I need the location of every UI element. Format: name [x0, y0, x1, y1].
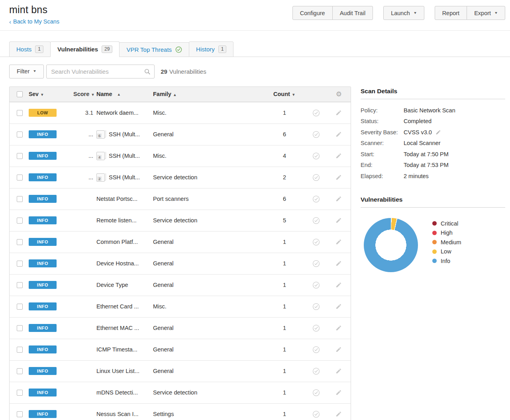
- vulnerability-name-link[interactable]: Linux User List...: [96, 368, 139, 374]
- edit-pencil-icon[interactable]: [335, 346, 342, 353]
- vulnerability-name-link[interactable]: ICMP Timesta...: [96, 346, 137, 353]
- column-header-count[interactable]: Count▾: [273, 91, 307, 97]
- row-checkbox[interactable]: [17, 304, 23, 310]
- select-all-checkbox[interactable]: [17, 91, 23, 97]
- vulnerability-name-link[interactable]: Common Platf...: [96, 239, 138, 245]
- vulnerability-name-link[interactable]: mDNS Detecti...: [96, 389, 138, 396]
- vulnerability-name-link[interactable]: Device Hostna...: [96, 260, 139, 267]
- edit-pencil-icon[interactable]: [335, 196, 342, 202]
- table-row[interactable]: INFO Linux User List... General 1: [10, 360, 351, 382]
- row-checkbox[interactable]: [17, 261, 23, 267]
- vulnerability-name-link[interactable]: Ethernet Card ...: [96, 303, 139, 310]
- accept-risk-check-circle-icon[interactable]: [312, 174, 320, 181]
- row-actions: [307, 131, 342, 138]
- column-header-score[interactable]: Score▾: [73, 91, 93, 97]
- edit-pencil-icon[interactable]: [335, 303, 342, 310]
- table-row[interactable]: INFO mDNS Detecti... Service detection 1: [10, 382, 351, 403]
- accept-risk-check-circle-icon[interactable]: [312, 152, 320, 160]
- table-row[interactable]: INFO Device Hostna... General 1: [10, 253, 351, 274]
- edit-pencil-icon[interactable]: [335, 131, 342, 137]
- table-row[interactable]: INFO Remote listen... Service detection …: [10, 210, 351, 231]
- edit-pencil-icon[interactable]: [335, 260, 342, 267]
- accept-risk-check-circle-icon[interactable]: [312, 131, 320, 138]
- name-cell: Device Hostna...: [96, 260, 153, 267]
- row-checkbox[interactable]: [17, 347, 23, 353]
- table-row[interactable]: INFO ICMP Timesta... General 1: [10, 339, 351, 360]
- accept-risk-check-circle-icon[interactable]: [312, 303, 320, 310]
- column-header-family[interactable]: Family▴: [153, 91, 273, 97]
- accept-risk-check-circle-icon[interactable]: [312, 217, 320, 224]
- vulnerability-name-link[interactable]: Remote listen...: [96, 217, 137, 224]
- row-checkbox[interactable]: [17, 175, 23, 181]
- row-checkbox[interactable]: [17, 196, 23, 202]
- vulnerability-name-link[interactable]: Network daem...: [96, 110, 139, 116]
- table-row[interactable]: INFO ... 4 SSH (Mult... Misc. 4: [10, 145, 351, 167]
- row-checkbox[interactable]: [17, 282, 23, 288]
- accept-risk-check-circle-icon[interactable]: [312, 410, 320, 418]
- edit-pencil-icon[interactable]: [335, 239, 342, 245]
- column-label: Count: [273, 91, 290, 97]
- vulnerability-name-link[interactable]: SSH (Mult...: [109, 153, 140, 159]
- vulnerability-name-link[interactable]: Ethernet MAC ...: [96, 325, 139, 331]
- search-input[interactable]: [46, 65, 155, 79]
- edit-pencil-icon[interactable]: [335, 174, 342, 181]
- configure-button[interactable]: Configure: [292, 6, 333, 20]
- edit-pencil-icon[interactable]: [335, 389, 342, 396]
- row-checkbox[interactable]: [17, 218, 23, 224]
- vulnerability-name-link[interactable]: SSH (Mult...: [109, 131, 140, 137]
- accept-risk-check-circle-icon[interactable]: [312, 367, 320, 375]
- edit-pencil-icon[interactable]: [435, 130, 441, 135]
- edit-pencil-icon[interactable]: [335, 110, 342, 116]
- table-row[interactable]: INFO Ethernet Card ... Misc. 1: [10, 296, 351, 317]
- column-header-name[interactable]: Name▴: [96, 91, 153, 97]
- export-button[interactable]: Export ▼: [467, 6, 505, 20]
- edit-pencil-icon[interactable]: [335, 411, 342, 417]
- table-row[interactable]: LOW 3.1 Network daem... Misc. 1: [10, 102, 351, 124]
- table-row[interactable]: INFO Common Platf... General 1: [10, 231, 351, 253]
- accept-risk-check-circle-icon[interactable]: [312, 281, 320, 289]
- accept-risk-check-circle-icon[interactable]: [312, 324, 320, 332]
- accept-risk-check-circle-icon[interactable]: [312, 389, 320, 396]
- row-checkbox[interactable]: [17, 153, 23, 159]
- accept-risk-check-circle-icon[interactable]: [312, 260, 320, 267]
- row-checkbox[interactable]: [17, 411, 23, 417]
- table-row[interactable]: INFO Ethernet MAC ... General 1: [10, 317, 351, 339]
- accept-risk-check-circle-icon[interactable]: [312, 109, 320, 117]
- table-row[interactable]: INFO ... 2 SSH (Mult... Service detectio…: [10, 167, 351, 188]
- row-checkbox[interactable]: [17, 110, 23, 116]
- column-header-sev[interactable]: Sev▾: [29, 91, 73, 97]
- table-row[interactable]: INFO Nessus Scan I... Settings 1: [10, 403, 351, 420]
- tab[interactable]: VPR Top Threats: [119, 42, 189, 57]
- edit-pencil-icon[interactable]: [335, 153, 342, 159]
- table-row[interactable]: INFO ... 6 SSH (Mult... General 6: [10, 124, 351, 145]
- count-cell: 6: [273, 196, 307, 202]
- vulnerability-name-link[interactable]: SSH (Mult...: [109, 174, 140, 181]
- gear-icon[interactable]: ⚙: [336, 91, 342, 98]
- table-row[interactable]: INFO Device Type General 1: [10, 274, 351, 296]
- row-checkbox[interactable]: [17, 368, 23, 374]
- vulnerability-name-link[interactable]: Nessus Scan I...: [96, 411, 139, 417]
- accept-risk-check-circle-icon[interactable]: [312, 346, 320, 353]
- accept-risk-check-circle-icon[interactable]: [312, 195, 320, 203]
- edit-pencil-icon[interactable]: [335, 282, 342, 288]
- table-row[interactable]: INFO Netstat Portsc... Port scanners 6: [10, 188, 351, 210]
- row-checkbox[interactable]: [17, 390, 23, 396]
- row-checkbox[interactable]: [17, 325, 23, 331]
- edit-pencil-icon[interactable]: [335, 368, 342, 374]
- report-button[interactable]: Report: [435, 6, 467, 20]
- vulnerability-name-link[interactable]: Device Type: [96, 282, 128, 288]
- vulnerability-name-link[interactable]: Netstat Portsc...: [96, 196, 137, 202]
- tab[interactable]: History 1: [189, 41, 233, 57]
- filter-button[interactable]: Filter ▼: [9, 65, 44, 79]
- tab[interactable]: Hosts 1: [9, 41, 51, 57]
- row-checkbox[interactable]: [17, 131, 23, 137]
- audit-trail-button[interactable]: Audit Trail: [332, 6, 373, 20]
- edit-pencil-icon[interactable]: [335, 217, 342, 224]
- detail-row: Start: Today at 7:50 PM: [361, 149, 505, 160]
- launch-button[interactable]: Launch ▼: [383, 6, 424, 20]
- back-link[interactable]: ‹ Back to My Scans: [9, 18, 59, 25]
- accept-risk-check-circle-icon[interactable]: [312, 238, 320, 246]
- edit-pencil-icon[interactable]: [335, 325, 342, 331]
- tab[interactable]: Vulnerabilities 29: [50, 41, 120, 57]
- row-checkbox[interactable]: [17, 239, 23, 245]
